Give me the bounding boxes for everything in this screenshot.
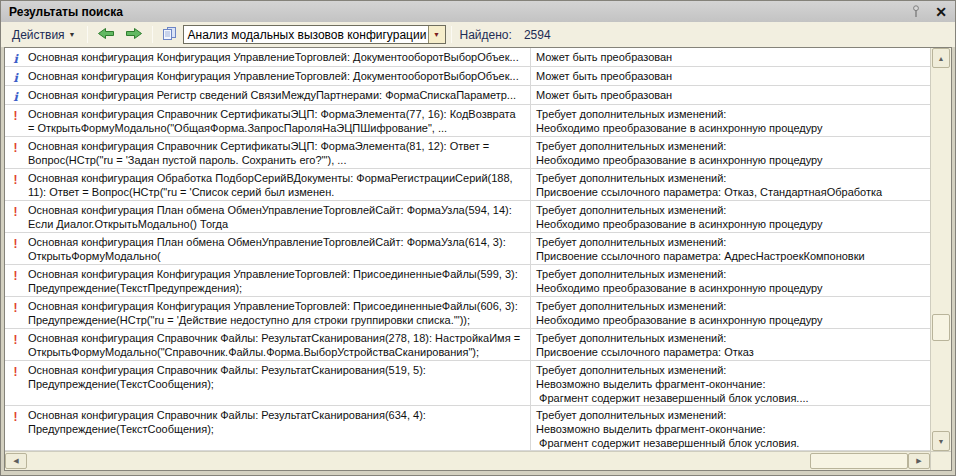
result-location: Основная конфигурация Справочник Файлы: … — [26, 406, 531, 450]
severity-icon: ! — [14, 410, 18, 424]
table-row[interactable]: ! Основная конфигурация Справочник Серти… — [5, 105, 930, 137]
severity-icon-cell: ! — [5, 265, 26, 296]
toolbar-separator — [152, 26, 153, 43]
scroll-up-button[interactable]: ▲ — [932, 48, 950, 68]
severity-icon: ! — [14, 333, 18, 347]
pin-icon[interactable] — [911, 5, 921, 18]
filter-combobox-value: Анализ модальных вызовов конфигурации — [184, 26, 428, 43]
severity-icon: ! — [14, 205, 18, 219]
result-message: Требует дополнительных изменений: Присво… — [531, 329, 930, 360]
severity-icon-cell: ! — [5, 406, 26, 450]
result-location: Основная конфигурация Конфигурация Управ… — [26, 265, 531, 296]
forward-button[interactable] — [121, 24, 147, 45]
result-location: Основная конфигурация План обмена ОбменУ… — [26, 201, 531, 232]
severity-icon: ! — [14, 301, 18, 315]
severity-icon-cell: i — [5, 48, 26, 66]
toolbar: Действия ▼ — [1, 22, 955, 47]
result-message: Требует дополнительных изменений: Необхо… — [531, 137, 930, 168]
severity-icon: i — [13, 90, 18, 104]
result-message: Может быть преобразован — [531, 67, 930, 85]
back-button[interactable] — [93, 24, 119, 45]
horizontal-scroll-thumb[interactable] — [810, 453, 908, 469]
result-message: Требует дополнительных изменений: Невозм… — [531, 361, 930, 405]
severity-icon: i — [13, 71, 18, 85]
severity-icon-cell: ! — [5, 329, 26, 360]
result-location: Основная конфигурация План обмена ОбменУ… — [26, 233, 531, 264]
severity-icon: ! — [14, 237, 18, 251]
result-message: Требует дополнительных изменений: Необхо… — [531, 265, 930, 296]
actions-button[interactable]: Действия ▼ — [6, 24, 82, 45]
severity-icon-cell: i — [5, 67, 26, 85]
result-message: Требует дополнительных изменений: Необхо… — [531, 297, 930, 328]
table-row[interactable]: ! Основная конфигурация Конфигурация Упр… — [5, 297, 930, 329]
severity-icon: ! — [14, 141, 18, 155]
scroll-right-button[interactable]: ▶ — [908, 453, 930, 469]
severity-icon: ! — [14, 365, 18, 379]
toolbar-separator — [451, 26, 452, 43]
result-location: Основная конфигурация Справочник Файлы: … — [26, 361, 531, 405]
severity-icon-cell: ! — [5, 169, 26, 200]
horizontal-scrollbar[interactable]: ◀ ▶ — [5, 452, 930, 470]
severity-icon-cell: ! — [5, 233, 26, 264]
result-location: Основная конфигурация Справочник Файлы: … — [26, 329, 531, 360]
close-icon[interactable]: ✕ — [935, 5, 947, 19]
scroll-left-button[interactable]: ◀ — [5, 453, 27, 469]
results-table: i Основная конфигурация Конфигурация Упр… — [5, 48, 930, 451]
table-row[interactable]: ! Основная конфигурация План обмена Обме… — [5, 201, 930, 233]
scroll-down-button[interactable]: ▼ — [932, 431, 950, 451]
triangle-right-icon: ▶ — [916, 457, 921, 465]
severity-icon-cell: ! — [5, 137, 26, 168]
result-message: Требует дополнительных изменений: Необхо… — [531, 105, 930, 136]
result-message: Требует дополнительных изменений: Присво… — [531, 169, 930, 200]
table-row[interactable]: ! Основная конфигурация Справочник Файлы… — [5, 361, 930, 406]
result-location: Основная конфигурация Справочник Сертифи… — [26, 137, 531, 168]
severity-icon: ! — [14, 109, 18, 123]
result-message: Требует дополнительных изменений: Невозм… — [531, 406, 930, 450]
result-message: Может быть преобразован — [531, 86, 930, 104]
scrollbar-corner — [930, 452, 951, 470]
table-row[interactable]: ! Основная конфигурация Конфигурация Упр… — [5, 265, 930, 297]
title-bar: Результаты поиска ✕ — [1, 1, 955, 22]
chevron-down-icon: ▼ — [69, 31, 76, 38]
dropdown-arrow-icon: ▼ — [433, 31, 440, 38]
severity-icon-cell: i — [5, 86, 26, 104]
search-results-window: Результаты поиска ✕ Действия ▼ — [0, 0, 956, 476]
table-row[interactable]: ! Основная конфигурация Справочник Серти… — [5, 137, 930, 169]
actions-button-label: Действия — [12, 28, 65, 42]
result-message: Может быть преобразован — [531, 48, 930, 66]
arrow-right-icon — [125, 27, 143, 43]
filter-combobox[interactable]: Анализ модальных вызовов конфигурации ▼ — [183, 25, 446, 44]
table-row[interactable]: ! Основная конфигурация Обработка Подбор… — [5, 169, 930, 201]
severity-icon: ! — [14, 173, 18, 187]
result-location: Основная конфигурация Регистр сведений С… — [26, 86, 531, 104]
copy-icon — [162, 26, 177, 44]
result-location: Основная конфигурация Конфигурация Управ… — [26, 48, 531, 66]
severity-icon-cell: ! — [5, 105, 26, 136]
table-row[interactable]: ! Основная конфигурация Справочник Файлы… — [5, 406, 930, 451]
table-row[interactable]: i Основная конфигурация Конфигурация Упр… — [5, 48, 930, 67]
toolbar-separator — [87, 26, 88, 43]
results-panel: i Основная конфигурация Конфигурация Упр… — [4, 47, 952, 471]
severity-icon: ! — [14, 269, 18, 283]
table-row[interactable]: ! Основная конфигурация План обмена Обме… — [5, 233, 930, 265]
table-row[interactable]: i Основная конфигурация Конфигурация Упр… — [5, 67, 930, 86]
result-message: Требует дополнительных изменений: Присво… — [531, 233, 930, 264]
result-location: Основная конфигурация Конфигурация Управ… — [26, 67, 531, 85]
found-label: Найдено: — [460, 28, 512, 42]
arrow-left-icon — [97, 27, 115, 43]
severity-icon-cell: ! — [5, 201, 26, 232]
filter-dropdown-button[interactable]: ▼ — [428, 26, 445, 43]
result-message: Требует дополнительных изменений: Необхо… — [531, 201, 930, 232]
table-row[interactable]: i Основная конфигурация Регистр сведений… — [5, 86, 930, 105]
result-location: Основная конфигурация Обработка ПодборСе… — [26, 169, 531, 200]
severity-icon-cell: ! — [5, 297, 26, 328]
vertical-scroll-thumb[interactable] — [932, 314, 950, 341]
result-location: Основная конфигурация Справочник Сертифи… — [26, 105, 531, 136]
triangle-left-icon: ◀ — [13, 457, 18, 465]
found-count: 2594 — [524, 28, 551, 42]
severity-icon-cell: ! — [5, 361, 26, 405]
table-row[interactable]: ! Основная конфигурация Справочник Файлы… — [5, 329, 930, 361]
copy-button[interactable] — [158, 24, 181, 45]
triangle-up-icon: ▲ — [938, 55, 945, 62]
vertical-scrollbar[interactable]: ▲ ▼ — [930, 48, 951, 451]
